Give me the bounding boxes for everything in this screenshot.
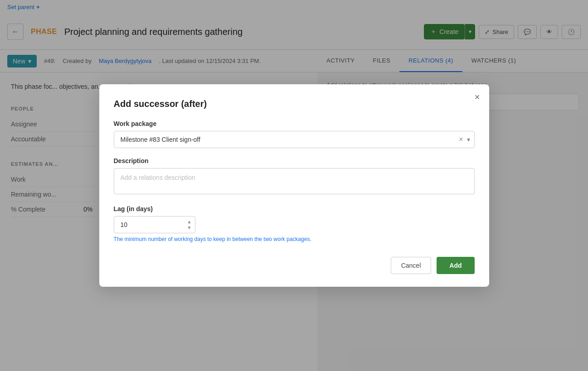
modal-close-button[interactable]: × xyxy=(475,92,480,101)
add-successor-modal: × Add successor (after) Work package × ▾… xyxy=(99,84,489,287)
lag-decrement-button[interactable]: ▼ xyxy=(186,225,193,231)
lag-label: Lag (in days) xyxy=(114,205,475,212)
dropdown-icon[interactable]: ▾ xyxy=(467,136,470,143)
work-package-select-wrapper: × ▾ xyxy=(114,131,475,148)
description-input[interactable] xyxy=(114,168,475,194)
work-package-label: Work package xyxy=(114,120,475,127)
work-package-group: Work package × ▾ xyxy=(114,120,475,148)
lag-hint: The minimum number of working days to ke… xyxy=(114,236,475,242)
lag-increment-button[interactable]: ▲ xyxy=(186,219,193,225)
modal-title: Add successor (after) xyxy=(114,99,475,109)
add-button[interactable]: Add xyxy=(437,257,474,274)
lag-spinners: ▲ ▼ xyxy=(186,219,193,231)
work-package-input[interactable] xyxy=(114,131,475,148)
wp-select-icons: × ▾ xyxy=(459,135,470,144)
modal-footer: Cancel Add xyxy=(114,257,475,274)
lag-input[interactable] xyxy=(114,216,195,233)
lag-input-wrapper: ▲ ▼ xyxy=(114,216,195,233)
cancel-button[interactable]: Cancel xyxy=(391,257,432,274)
modal-overlay: × Add successor (after) Work package × ▾… xyxy=(0,0,588,371)
lag-group: Lag (in days) ▲ ▼ The minimum number of … xyxy=(114,205,475,242)
description-label: Description xyxy=(114,157,475,164)
clear-icon[interactable]: × xyxy=(459,135,463,144)
description-group: Description xyxy=(114,157,475,196)
